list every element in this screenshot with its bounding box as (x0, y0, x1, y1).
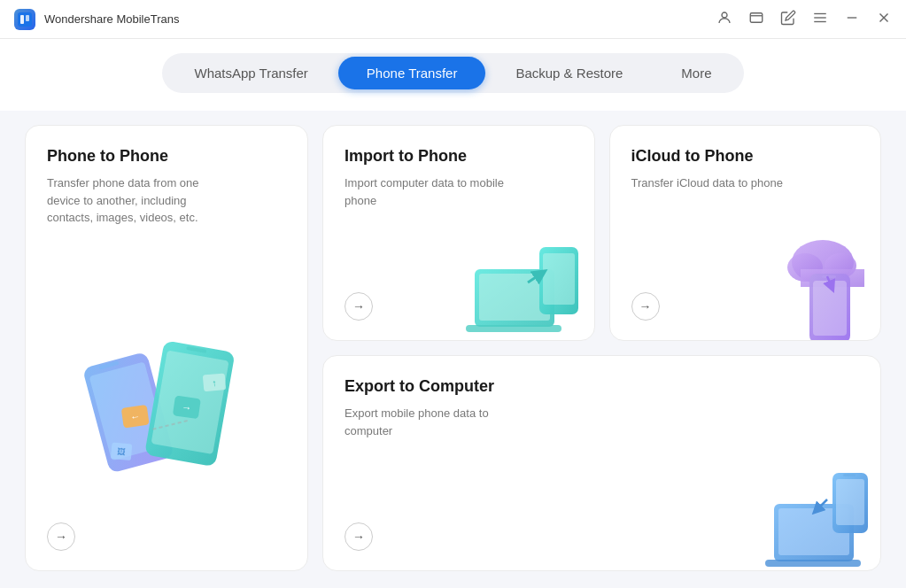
svg-rect-2 (26, 15, 29, 21)
menu-icon[interactable] (812, 10, 828, 28)
svg-rect-36 (813, 281, 847, 336)
svg-rect-40 (765, 560, 861, 567)
export-to-computer-arrow[interactable]: → (345, 522, 373, 551)
svg-rect-43 (843, 474, 856, 476)
svg-point-3 (722, 12, 727, 18)
import-illustration (453, 216, 594, 340)
nav-bar: WhatsApp Transfer Phone Transfer Backup … (0, 39, 906, 111)
svg-rect-28 (466, 325, 561, 332)
svg-text:→: → (181, 401, 192, 413)
tab-phone[interactable]: Phone Transfer (338, 57, 486, 89)
card-phone-to-phone[interactable]: Phone to Phone Transfer phone data from … (25, 125, 308, 571)
close-icon[interactable] (876, 10, 892, 28)
app-title: Wondershare MobileTrans (44, 12, 179, 26)
app-icon (14, 9, 35, 30)
edit-icon[interactable] (780, 10, 796, 28)
window-icon[interactable] (748, 10, 764, 28)
nav-pill-container: WhatsApp Transfer Phone Transfer Backup … (162, 53, 743, 93)
svg-rect-30 (543, 253, 575, 305)
icloud-illustration (739, 216, 880, 340)
minimize-icon[interactable] (844, 10, 860, 28)
svg-text:↑: ↑ (212, 377, 217, 387)
right-column: Import to Phone Import computer data to … (322, 125, 881, 571)
import-to-phone-desc: Import computer data to mobile phone (345, 174, 522, 209)
import-to-phone-title: Import to Phone (345, 147, 573, 166)
icloud-to-phone-desc: Transfer iCloud data to phone (631, 174, 809, 192)
card-import-to-phone[interactable]: Import to Phone Import computer data to … (322, 125, 595, 341)
export-to-computer-title: Export to Computer (345, 377, 859, 396)
phone-to-phone-desc: Transfer phone data from one device to a… (47, 174, 224, 227)
svg-rect-0 (18, 12, 32, 27)
card-icloud-to-phone[interactable]: iCloud to Phone Transfer iCloud data to … (609, 125, 882, 341)
tab-backup[interactable]: Backup & Restore (487, 57, 651, 89)
export-illustration (739, 446, 880, 570)
top-card-row: Import to Phone Import computer data to … (322, 125, 881, 341)
tab-more[interactable]: More (653, 57, 740, 89)
export-to-computer-desc: Export mobile phone data to computer (345, 405, 522, 439)
svg-rect-1 (20, 15, 24, 24)
svg-rect-4 (750, 13, 763, 23)
card-export-to-computer[interactable]: Export to Computer Export mobile phone d… (322, 355, 881, 571)
tab-whatsapp[interactable]: WhatsApp Transfer (166, 57, 336, 89)
phone-to-phone-illustration: ← → 🖼 ↑ (47, 236, 286, 550)
svg-text:←: ← (129, 410, 141, 422)
phone-to-phone-arrow[interactable]: → (47, 522, 75, 551)
titlebar-controls (716, 10, 892, 28)
titlebar-left: Wondershare MobileTrans (14, 9, 179, 30)
import-to-phone-arrow[interactable]: → (345, 292, 373, 321)
main-content: Phone to Phone Transfer phone data from … (0, 111, 906, 588)
bottom-card-row: Export to Computer Export mobile phone d… (322, 355, 881, 571)
svg-rect-42 (836, 479, 864, 525)
account-icon[interactable] (716, 10, 732, 28)
phone-to-phone-title: Phone to Phone (47, 147, 286, 166)
titlebar: Wondershare MobileTrans (0, 0, 906, 39)
icloud-to-phone-arrow[interactable]: → (631, 292, 660, 321)
icloud-to-phone-title: iCloud to Phone (631, 147, 860, 166)
svg-rect-37 (822, 275, 836, 278)
